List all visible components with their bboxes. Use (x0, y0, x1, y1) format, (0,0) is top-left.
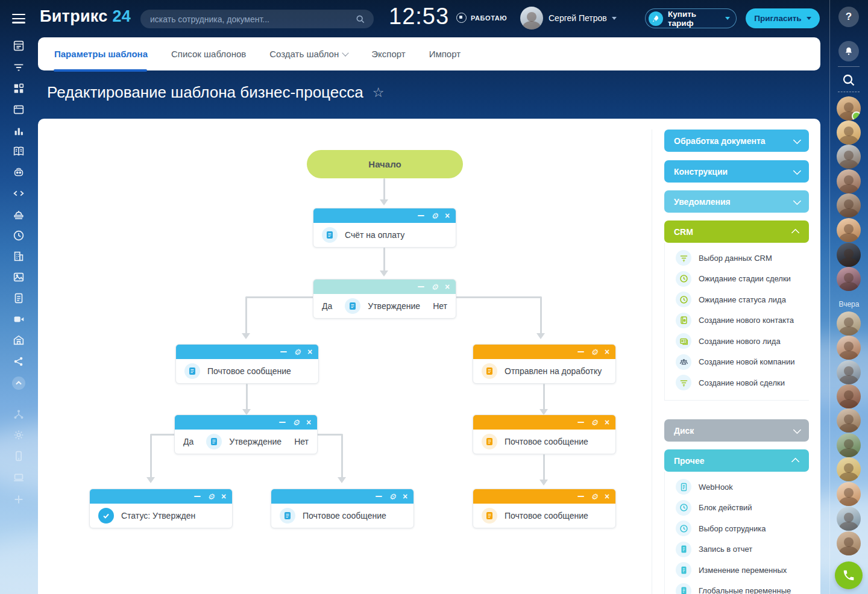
flow-node-mail-1[interactable]: ⚙× Почтовое сообщение (175, 344, 319, 384)
minimize-icon[interactable] (280, 351, 287, 352)
feed-icon[interactable] (12, 39, 25, 52)
video-icon[interactable] (12, 313, 25, 326)
invite-button[interactable]: Пригласить (746, 8, 820, 28)
time-clock-icon[interactable] (12, 229, 25, 242)
category-notifications[interactable]: Уведомления (664, 190, 809, 213)
time-clock[interactable]: 12:53 (389, 4, 449, 30)
flow-node-mail-3[interactable]: ⚙× Почтовое сообщение (271, 489, 414, 528)
chat-avatar[interactable] (837, 384, 861, 408)
logo[interactable]: Битрикс 24 (40, 7, 131, 26)
add-plus-icon[interactable] (12, 493, 25, 506)
tab-template-list[interactable]: Список шаблонов (171, 49, 246, 59)
tab-create-template[interactable]: Создать шаблон (269, 49, 348, 59)
branch-yes-label[interactable]: Да (183, 437, 193, 446)
notifications-button[interactable] (838, 41, 859, 61)
workflow-canvas[interactable]: Начало ⚙× Счёт на оплату ⚙× Да Утвержден… (38, 119, 820, 594)
minimize-icon[interactable] (194, 496, 201, 497)
category-other[interactable]: Прочее (664, 449, 809, 472)
action-create-contact[interactable]: Создание нового контакта (665, 310, 809, 331)
flow-node-mail-4[interactable]: ⚙× Почтовое сообщение (473, 489, 616, 528)
chat-avatar[interactable] (837, 482, 861, 506)
settings-gear-icon[interactable] (12, 428, 25, 442)
robot-automation-icon[interactable] (12, 166, 25, 179)
close-icon[interactable]: × (403, 492, 407, 501)
action-wait-deal-stage[interactable]: Ожидание стадии сделки (665, 269, 809, 290)
action-employee-select[interactable]: Выбор сотрудника (665, 518, 809, 539)
settings-gear-icon[interactable]: ⚙ (294, 348, 301, 356)
tab-export[interactable]: Экспорт (371, 49, 405, 59)
collapse-chevron-up-icon[interactable] (12, 377, 25, 390)
chat-avatar[interactable] (837, 408, 861, 433)
market-icon[interactable] (12, 334, 25, 347)
network-share-icon[interactable] (12, 355, 25, 368)
action-action-block[interactable]: Блок действий (665, 498, 809, 519)
user-menu[interactable]: Сергей Петров (549, 13, 617, 23)
tasks-filter-icon[interactable] (12, 61, 25, 74)
flow-node-start[interactable]: Начало (307, 150, 463, 178)
settings-gear-icon[interactable]: ⚙ (207, 493, 215, 501)
chat-avatar[interactable] (837, 193, 861, 217)
settings-gear-icon[interactable]: ⚙ (292, 419, 300, 427)
company-building-icon[interactable] (12, 249, 25, 263)
action-crm-data-select[interactable]: Выбор данных CRM (665, 248, 809, 269)
sitemap-icon[interactable] (12, 408, 25, 421)
knowledge-book-icon[interactable] (12, 145, 25, 158)
minimize-icon[interactable] (279, 422, 286, 423)
reports-chart-icon[interactable] (12, 124, 25, 137)
settings-gear-icon[interactable]: ⚙ (431, 212, 438, 220)
branch-yes-label[interactable]: Да (322, 301, 332, 311)
chat-avatar[interactable] (837, 360, 861, 384)
action-create-company[interactable]: Создание новой компании (665, 352, 809, 373)
settings-gear-icon[interactable]: ⚙ (591, 493, 598, 501)
category-document-processing[interactable]: Обработка документа (664, 130, 809, 152)
minimize-icon[interactable] (418, 215, 424, 216)
tab-import[interactable]: Импорт (429, 49, 461, 59)
chat-avatar[interactable] (837, 336, 861, 360)
buy-tariff-button[interactable]: Купить тариф (645, 8, 737, 28)
action-create-deal[interactable]: Создание новой сделки (665, 372, 809, 393)
flow-node-status-approved[interactable]: ⚙× Статус: Утвержден (89, 489, 233, 528)
branch-no-label[interactable]: Нет (294, 437, 309, 446)
settings-gear-icon[interactable]: ⚙ (389, 493, 396, 501)
user-avatar[interactable] (520, 7, 543, 30)
chat-avatar[interactable] (837, 267, 861, 291)
flow-node-rework[interactable]: ⚙× Отправлен на доработку (473, 344, 616, 384)
search-icon[interactable] (356, 14, 365, 24)
chat-avatar[interactable] (837, 243, 861, 267)
close-icon[interactable]: × (306, 418, 311, 427)
flow-node-approval-1[interactable]: ⚙× Да Утверждение Нет (313, 279, 456, 319)
close-icon[interactable]: × (605, 348, 609, 356)
action-global-variables[interactable]: Глобальные переменные (665, 581, 809, 594)
chat-avatar[interactable] (837, 120, 861, 145)
close-icon[interactable]: × (307, 348, 312, 356)
minimize-icon[interactable] (376, 496, 382, 497)
minimize-icon[interactable] (418, 286, 424, 287)
close-icon[interactable]: × (221, 492, 226, 501)
close-icon[interactable]: × (445, 283, 450, 291)
chat-avatar[interactable] (837, 145, 861, 169)
chat-avatar[interactable] (837, 457, 861, 481)
action-report-entry[interactable]: Запись в отчет (665, 539, 809, 560)
favorite-star-icon[interactable]: ☆ (373, 85, 385, 101)
mobile-icon[interactable] (12, 449, 25, 463)
flow-node-approval-2[interactable]: ⚙× Да Утверждение Нет (174, 414, 318, 454)
minimize-icon[interactable] (577, 422, 584, 423)
documents-icon[interactable] (12, 292, 25, 305)
close-icon[interactable]: × (605, 492, 609, 501)
flow-node-invoice[interactable]: ⚙× Счёт на оплату (313, 208, 456, 248)
action-create-lead[interactable]: Создание нового лида (665, 331, 809, 352)
branch-no-label[interactable]: Нет (433, 301, 447, 311)
chat-avatar[interactable] (837, 531, 861, 555)
apps-grid-icon[interactable] (12, 82, 25, 95)
work-status-toggle[interactable]: РАБОТАЮ (456, 13, 507, 23)
action-change-variables[interactable]: Изменение переменных (665, 560, 809, 581)
chat-avatar[interactable] (837, 169, 861, 193)
sites-icon[interactable] (12, 103, 25, 116)
settings-gear-icon[interactable]: ⚙ (431, 283, 438, 291)
chat-avatar[interactable] (837, 433, 861, 457)
search-input[interactable] (140, 10, 374, 28)
category-disk[interactable]: Диск (664, 419, 809, 442)
close-icon[interactable]: × (605, 418, 609, 427)
developer-code-icon[interactable] (12, 187, 25, 200)
action-wait-lead-status[interactable]: Ожидание статуса лида (665, 289, 809, 310)
